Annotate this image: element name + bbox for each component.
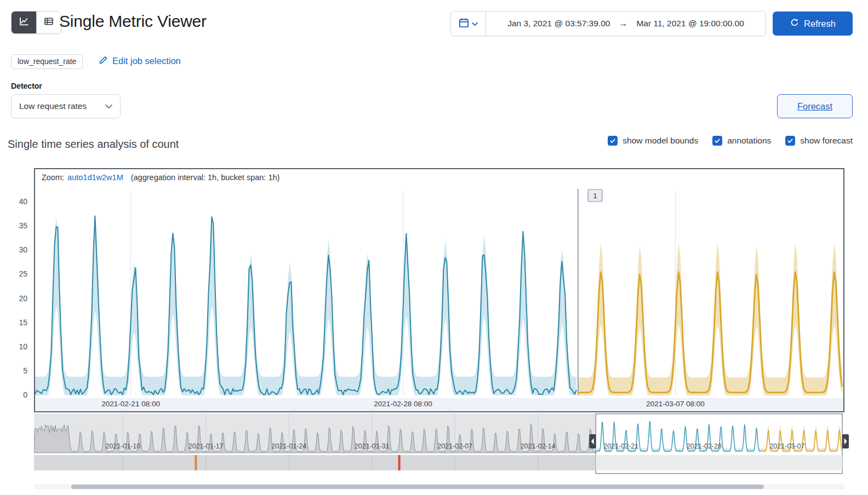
x-tick-label: 2021-03-07 08:00 [637,400,714,408]
chart-view-button[interactable] [12,11,36,33]
x-axis-labels: 2021-02-21 08:002021-02-28 08:002021-03-… [35,398,843,411]
single-metric-viewer-page: Single Metric Viewer Jan 3, 2021 @ 03:57… [0,0,868,495]
page-title: Single Metric Viewer [59,12,207,31]
context-tick-label: 2021-01-10 [105,442,140,450]
context-tick-label: 2021-01-17 [189,442,224,450]
y-tick-label: 5 [5,366,27,375]
zoom-option-1d[interactable]: 1d [83,173,92,182]
chevron-down-icon [472,19,478,28]
refresh-button[interactable]: Refresh [773,11,853,36]
pencil-icon [99,55,108,67]
end-date[interactable]: Mar 11, 2021 @ 19:00:00.00 [636,19,744,28]
detector-label: Detector [11,82,42,90]
annotation-mark[interactable] [195,455,197,470]
zoom-option-2w[interactable]: 2w [102,173,112,182]
y-tick-label: 10 [5,342,27,351]
time-range-picker: Jan 3, 2021 @ 03:57:39.00 → Mar 11, 2021… [450,11,766,36]
zoom-label: Zoom: [42,173,64,182]
view-toggle-group [11,11,61,34]
toggle-annotations[interactable]: annotations [712,136,771,146]
main-chart-container: Zoom: auto1d1w2w1M (aggregation interval… [34,168,844,412]
context-tick-label: 2021-01-31 [355,442,390,450]
right-arrow-icon: → [619,19,627,28]
toggle-label: annotations [727,136,771,146]
table-icon [44,16,54,28]
forecast-button[interactable]: Forecast [777,94,853,118]
context-tick-label: 2021-01-24 [271,442,306,450]
context-tick-label: 2021-02-07 [437,442,472,450]
y-tick-label: 15 [5,318,27,327]
annotation-badge[interactable]: 1 [588,189,602,202]
section-title: Single time series analysis of count [8,138,179,151]
checkbox-checked-icon[interactable] [712,136,722,146]
chart-toggles-row: show model boundsannotationsshow forecas… [608,136,853,146]
forecast-bounds-band [578,243,842,395]
context-chart[interactable]: 2021-01-102021-01-172021-01-242021-01-31… [34,413,849,477]
checkbox-checked-icon[interactable] [608,136,618,146]
job-badge: low_request_rate [11,54,83,69]
zoom-links: auto1d1w2w1M [67,173,123,182]
zoom-option-1m[interactable]: 1M [112,173,123,182]
line-chart-icon [19,16,29,28]
svg-text:1: 1 [593,192,597,200]
start-date[interactable]: Jan 3, 2021 @ 03:57:39.00 [507,19,610,28]
selection-right-handle[interactable] [842,434,849,448]
zoom-option-1w[interactable]: 1w [92,173,102,182]
edit-link-label: Edit job selection [112,56,181,66]
detector-selected-value: Low request rates [19,101,105,111]
y-tick-label: 35 [5,221,27,230]
toggle-label: show model bounds [623,136,698,146]
horizontal-scrollbar-thumb[interactable] [71,485,764,489]
aggregation-info: (aggregation interval: 1h, bucket span: … [131,173,280,182]
time-range-values: Jan 3, 2021 @ 03:57:39.00 → Mar 11, 2021… [486,19,766,28]
toggle-show-model-bounds[interactable]: show model bounds [608,136,698,146]
table-view-button[interactable] [36,11,61,33]
context-selection-tick-label: 2021-02-21 [603,442,638,450]
date-picker-menu-button[interactable] [451,11,486,36]
x-tick-label: 2021-02-21 08:00 [93,400,169,408]
edit-job-selection-link[interactable]: Edit job selection [99,55,181,67]
detector-select[interactable]: Low request rates [11,94,121,118]
zoom-option-auto[interactable]: auto [67,173,83,182]
observed-series-line [35,216,576,394]
toggle-label: show forecast [800,136,853,146]
x-tick-label: 2021-02-28 08:00 [365,400,442,408]
y-tick-label: 30 [5,245,27,254]
context-tick-label: 2021-02-14 [521,442,556,450]
y-tick-label: 40 [5,197,27,206]
checkbox-checked-icon[interactable] [785,136,795,146]
refresh-label: Refresh [804,19,836,29]
model-bounds-band [35,216,576,395]
y-tick-label: 20 [5,294,27,303]
y-tick-label: 25 [5,269,27,278]
chevron-down-icon [105,101,112,111]
y-tick-label: 0 [5,390,27,399]
calendar-icon [459,18,469,30]
selection-left-handle[interactable] [589,434,596,448]
context-selection-tick-label: 2021-03-07 [769,442,804,450]
context-selection-tick-label: 2021-02-28 [687,442,722,450]
toggle-show-forecast[interactable]: show forecast [785,136,853,146]
zoom-controls: Zoom: auto1d1w2w1M (aggregation interval… [35,169,843,186]
refresh-icon [790,18,799,30]
annotation-mark[interactable] [398,455,401,470]
time-series-plot[interactable]: 1 [35,186,843,398]
